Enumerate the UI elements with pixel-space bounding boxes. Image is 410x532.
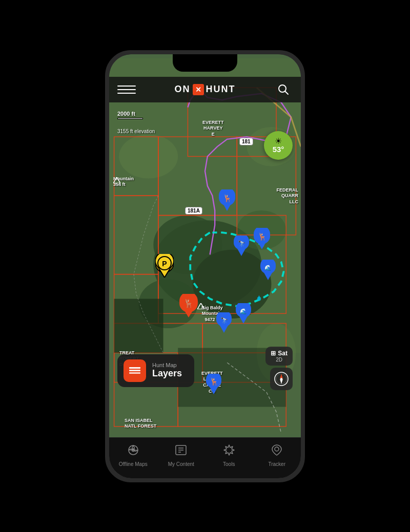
my-content-label: My Content <box>168 461 194 467</box>
svg-rect-21 <box>114 299 163 352</box>
search-button[interactable] <box>274 80 293 99</box>
svg-text:🦌: 🦌 <box>258 232 267 241</box>
map-area[interactable]: 181 181A 2000 ft EVERETTHARVEYE 3155 ft … <box>109 54 301 437</box>
nav-logo: ON ✕ HUNT <box>175 84 236 95</box>
tab-tools[interactable]: Tools <box>205 442 253 469</box>
layers-text: Hunt Map Layers <box>152 362 182 379</box>
svg-text:🦌: 🦌 <box>223 194 232 203</box>
map-pin-water-1[interactable]: 🌊 <box>260 260 276 282</box>
layers-icon-svg <box>128 364 141 377</box>
prop-label-federal: FEDERALQUARRLLC <box>277 187 299 205</box>
weather-icon: ☀ <box>275 137 282 145</box>
svg-point-51 <box>280 378 282 380</box>
highway-badge-181: 181 <box>239 138 253 145</box>
svg-text:🦌: 🦌 <box>183 299 194 308</box>
layers-title-small: Hunt Map <box>152 362 182 368</box>
svg-text:P: P <box>162 260 167 268</box>
elevation-text: 3155 ft elevation <box>117 129 155 134</box>
map-pin-water-2[interactable]: 🌊 <box>236 303 251 326</box>
top-nav: ON ✕ HUNT <box>109 77 301 102</box>
scale-text: 2000 ft <box>117 111 143 117</box>
layers-title-big: Layers <box>152 368 182 379</box>
prop-label-san-isabel: SAN ISABELNATL FOREST <box>125 418 156 430</box>
logo-x: ✕ <box>193 84 204 95</box>
search-icon <box>278 84 289 95</box>
layers-button[interactable]: Hunt Map Layers <box>117 354 194 387</box>
svg-rect-54 <box>129 367 140 369</box>
svg-line-56 <box>285 91 289 94</box>
svg-marker-46 <box>197 303 204 309</box>
menu-line-2 <box>117 89 136 90</box>
sat-icon: ⊞ <box>271 350 276 357</box>
weather-badge[interactable]: ☀ 53° <box>264 131 293 160</box>
weather-temp: 53° <box>273 145 284 153</box>
map-pin-binoculars-1[interactable]: 🔭 <box>234 236 249 258</box>
bottom-nav: Offline Maps My Content <box>109 437 301 478</box>
map-pin-parking[interactable]: P <box>155 254 174 280</box>
tab-tracker[interactable]: Tracker <box>253 442 301 469</box>
phone-inner: 181 181A 2000 ft EVERETTHARVEYE 3155 ft … <box>109 54 301 478</box>
svg-marker-26 <box>113 177 120 183</box>
menu-line-3 <box>117 93 136 94</box>
location-label-everett: EVERETTHARVEYE <box>202 120 224 138</box>
svg-text:🔭: 🔭 <box>238 240 245 247</box>
compass-button[interactable] <box>270 368 293 390</box>
tracker-icon <box>271 444 283 459</box>
map-pin-red-deer[interactable]: 🦌 <box>179 294 198 320</box>
map-pin-deer-2[interactable]: 🦌 <box>254 228 270 251</box>
map-pin-binoculars-2[interactable]: 🔭 <box>216 312 232 335</box>
layers-icon-wrapper <box>124 359 146 382</box>
svg-text:🔭: 🔭 <box>220 316 228 324</box>
svg-text:🦌: 🦌 <box>210 377 219 386</box>
menu-button[interactable] <box>117 80 136 99</box>
offline-maps-label: Offline Maps <box>119 461 148 467</box>
map-mode-button[interactable]: ⊞ Sat 2D <box>265 347 293 366</box>
tab-my-content[interactable]: My Content <box>157 442 206 469</box>
logo-hunt: HUNT <box>206 84 236 95</box>
svg-point-64 <box>275 447 279 451</box>
tracker-label: Tracker <box>268 461 285 467</box>
map-mode-sub: 2D <box>271 357 288 363</box>
map-pin-deer-1[interactable]: 🦌 <box>219 189 235 213</box>
map-pin-deer-3[interactable]: 🦌 <box>206 374 221 396</box>
svg-text:🌊: 🌊 <box>240 308 247 315</box>
scale-line <box>117 118 143 119</box>
map-mode-label: ⊞ Sat <box>271 350 288 357</box>
phone-frame: 181 181A 2000 ft EVERETTHARVEYE 3155 ft … <box>105 50 305 482</box>
svg-text:🌊: 🌊 <box>264 264 272 271</box>
map-scale: 2000 ft <box>117 111 143 119</box>
tools-icon <box>223 444 235 459</box>
mountain-icon <box>113 176 120 185</box>
svg-rect-52 <box>129 372 140 374</box>
tab-offline-maps[interactable]: Offline Maps <box>109 442 157 469</box>
highway-badge-181a: 181A <box>185 207 202 215</box>
offline-maps-icon <box>127 444 139 459</box>
my-content-icon <box>175 444 187 459</box>
svg-rect-53 <box>129 370 140 371</box>
compass-icon <box>274 372 289 386</box>
menu-line-1 <box>117 86 136 87</box>
notch <box>173 54 237 72</box>
mountain-icon-bigbaldy <box>197 302 204 311</box>
sat-text: Sat <box>278 350 288 357</box>
logo-on: ON <box>175 84 191 95</box>
svg-point-7 <box>119 134 178 178</box>
tools-label: Tools <box>223 461 235 467</box>
scale-bar <box>117 118 143 119</box>
